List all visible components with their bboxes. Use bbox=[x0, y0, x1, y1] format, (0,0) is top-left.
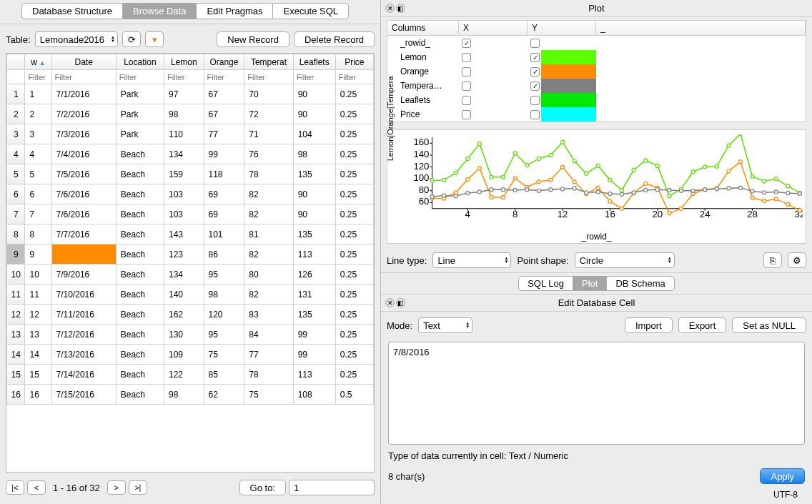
table-cell[interactable]: 99 bbox=[293, 345, 335, 365]
table-row[interactable]: 12127/11/2016Beach162120831350.25 bbox=[7, 305, 374, 325]
nav-prev-button[interactable]: < bbox=[27, 480, 46, 495]
subtab-plot[interactable]: Plot bbox=[573, 276, 607, 291]
table-cell[interactable]: 140 bbox=[164, 285, 204, 305]
table-cell[interactable]: 84 bbox=[244, 325, 293, 345]
table-cell[interactable]: 0.25 bbox=[335, 244, 373, 265]
line-type-select[interactable]: Line ▲▼ bbox=[432, 252, 511, 268]
table-cell[interactable]: 7/5/2016 bbox=[51, 164, 116, 184]
table-cell[interactable]: 103 bbox=[164, 204, 204, 224]
column-header[interactable]: Temperat bbox=[244, 54, 293, 70]
table-cell[interactable]: 7/3/2016 bbox=[51, 124, 116, 144]
table-cell[interactable]: 81 bbox=[244, 224, 293, 244]
table-cell[interactable]: 162 bbox=[164, 305, 204, 325]
panel-detach-icon[interactable]: ◧ bbox=[396, 298, 405, 307]
table-cell[interactable]: 8 bbox=[25, 224, 51, 244]
tab-execute-sql[interactable]: Execute SQL bbox=[273, 3, 349, 19]
table-cell[interactable]: 86 bbox=[204, 244, 244, 265]
filter-input[interactable] bbox=[244, 71, 292, 83]
table-cell[interactable]: 0.25 bbox=[335, 184, 373, 204]
point-shape-select[interactable]: Circle ▲▼ bbox=[575, 252, 675, 268]
table-cell[interactable]: 7/10/2016 bbox=[51, 285, 116, 305]
table-cell[interactable]: 7/7/2016 bbox=[51, 224, 116, 244]
table-cell[interactable]: 75 bbox=[204, 345, 244, 365]
set-null-button[interactable]: Set as NULL bbox=[732, 317, 806, 333]
table-cell[interactable]: 0.25 bbox=[335, 305, 373, 325]
refresh-button[interactable]: ⟳ bbox=[122, 31, 141, 47]
table-cell[interactable]: 75 bbox=[244, 385, 293, 405]
filter-input[interactable] bbox=[204, 71, 244, 83]
copy-chart-button[interactable]: ⎘ bbox=[763, 252, 782, 268]
y-checkbox[interactable] bbox=[530, 96, 540, 105]
table-cell[interactable]: 135 bbox=[293, 305, 335, 325]
mode-select[interactable]: Text ▲▼ bbox=[418, 317, 472, 333]
table-cell[interactable]: 99 bbox=[204, 144, 244, 164]
table-cell[interactable]: 77 bbox=[244, 345, 293, 365]
table-row[interactable]: 447/4/2016Beach1349976980.25 bbox=[7, 144, 374, 164]
column-header[interactable]: Leaflets bbox=[293, 54, 335, 70]
table-cell[interactable]: 0.5 bbox=[335, 385, 373, 405]
table-cell[interactable]: 7/2/2016 bbox=[51, 104, 116, 124]
tab-database-structure[interactable]: Database Structure bbox=[21, 3, 123, 19]
x-checkbox[interactable] bbox=[462, 39, 471, 48]
table-row[interactable]: 227/2/2016Park986772900.25 bbox=[7, 104, 374, 124]
table-cell[interactable]: 120 bbox=[204, 305, 244, 325]
table-cell[interactable]: 0.25 bbox=[335, 285, 373, 305]
table-row[interactable]: 10107/9/2016Beach13495801260.25 bbox=[7, 265, 374, 285]
table-cell[interactable]: 126 bbox=[293, 265, 335, 285]
table-cell[interactable]: 82 bbox=[244, 184, 293, 204]
subtab-db-schema[interactable]: DB Schema bbox=[607, 276, 674, 291]
table-cell[interactable]: Beach bbox=[116, 305, 164, 325]
y-checkbox[interactable] bbox=[530, 81, 540, 91]
table-cell[interactable]: 1 bbox=[25, 84, 51, 104]
table-cell[interactable]: Beach bbox=[116, 244, 164, 265]
table-row[interactable]: 14147/13/2016Beach1097577990.25 bbox=[7, 345, 374, 365]
table-cell[interactable]: 113 bbox=[293, 244, 335, 265]
filter-input[interactable] bbox=[117, 71, 164, 83]
table-cell[interactable]: 85 bbox=[204, 365, 244, 385]
table-cell[interactable]: 0.25 bbox=[335, 204, 373, 224]
table-cell[interactable]: 7/13/2016 bbox=[51, 345, 116, 365]
table-cell[interactable]: 76 bbox=[244, 144, 293, 164]
table-cell[interactable]: 95 bbox=[204, 265, 244, 285]
table-cell[interactable]: 0.25 bbox=[335, 265, 373, 285]
table-cell[interactable]: 110 bbox=[164, 124, 204, 144]
subtab-sql-log[interactable]: SQL Log bbox=[518, 276, 573, 291]
table-cell[interactable]: Park bbox=[116, 104, 164, 124]
tab-browse-data[interactable]: Browse Data bbox=[123, 3, 197, 19]
panel-close-icon[interactable]: ✕ bbox=[385, 298, 395, 307]
table-cell[interactable]: 0.25 bbox=[335, 124, 373, 144]
export-button[interactable]: Export bbox=[678, 317, 727, 333]
table-cell[interactable]: 70 bbox=[244, 84, 293, 104]
table-cell[interactable]: 134 bbox=[164, 144, 204, 164]
table-cell[interactable]: 134 bbox=[164, 265, 204, 285]
table-row[interactable]: 557/5/2016Beach159118781350.25 bbox=[7, 164, 374, 184]
y-checkbox[interactable] bbox=[530, 53, 540, 62]
x-checkbox[interactable] bbox=[462, 67, 471, 76]
table-cell[interactable]: 95 bbox=[204, 325, 244, 345]
table-cell[interactable] bbox=[51, 244, 116, 265]
goto-button[interactable]: Go to: bbox=[239, 480, 286, 495]
nav-last-button[interactable]: >| bbox=[129, 480, 147, 495]
table-cell[interactable]: 72 bbox=[244, 104, 293, 124]
table-cell[interactable]: 82 bbox=[244, 244, 293, 265]
table-cell[interactable]: 5 bbox=[25, 164, 51, 184]
table-cell[interactable]: Beach bbox=[116, 184, 164, 204]
table-cell[interactable]: 0.25 bbox=[335, 224, 373, 244]
filter-input[interactable] bbox=[164, 71, 204, 83]
table-cell[interactable]: 7/14/2016 bbox=[51, 365, 116, 385]
table-cell[interactable]: 13 bbox=[25, 325, 51, 345]
nav-next-button[interactable]: > bbox=[107, 480, 126, 495]
table-cell[interactable]: 0.25 bbox=[335, 325, 373, 345]
table-cell[interactable]: 7 bbox=[25, 204, 51, 224]
table-cell[interactable]: 90 bbox=[293, 204, 335, 224]
table-cell[interactable]: 98 bbox=[293, 144, 335, 164]
tab-edit-pragmas[interactable]: Edit Pragmas bbox=[197, 3, 273, 19]
table-cell[interactable]: 109 bbox=[164, 345, 204, 365]
new-record-button[interactable]: New Record bbox=[217, 31, 289, 47]
table-cell[interactable]: 80 bbox=[244, 265, 293, 285]
table-cell[interactable]: 103 bbox=[164, 184, 204, 204]
table-select[interactable]: Lemonade2016 ▲▼ bbox=[35, 31, 118, 47]
table-cell[interactable]: 135 bbox=[293, 164, 335, 184]
color-swatch[interactable] bbox=[541, 107, 596, 122]
clear-filters-button[interactable]: ▾ bbox=[145, 31, 164, 47]
